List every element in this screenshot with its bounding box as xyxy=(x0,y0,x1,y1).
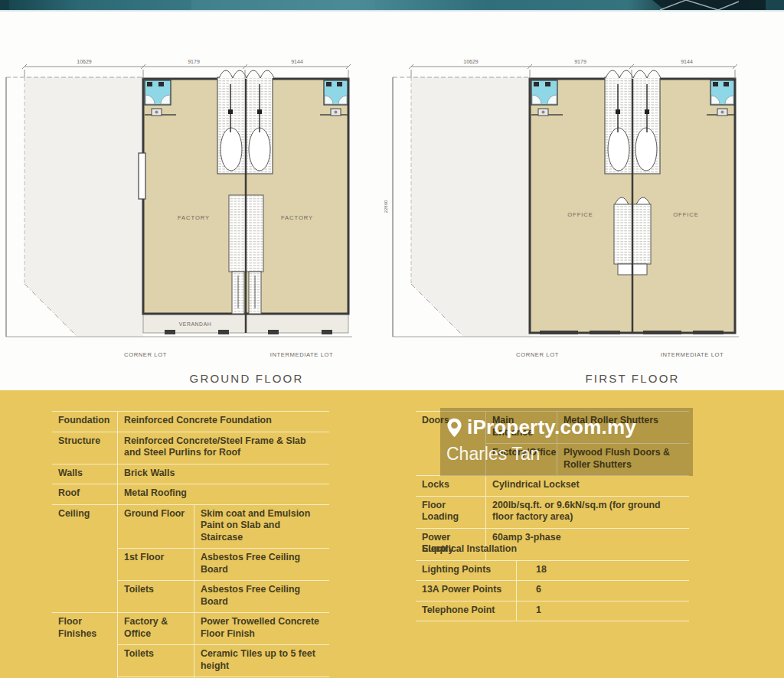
spec-value: Ceramic Tiles up to 5 feet height xyxy=(194,644,329,676)
electrical-value: 6 xyxy=(517,580,689,601)
banner-decoration xyxy=(0,0,784,10)
spec-label: Walls xyxy=(52,464,118,484)
dim-label: 10629 xyxy=(463,59,479,64)
spec-value: Asbestos Free Ceiling Board xyxy=(194,548,329,580)
dim-label: 9144 xyxy=(681,59,693,64)
top-photo-banner xyxy=(0,0,784,11)
electrical-header: Electrical Installation xyxy=(416,540,689,561)
spec-value: 200lb/sq.ft. or 9.6kN/sq.m (for ground f… xyxy=(486,496,689,528)
corner-lot-label: CORNER LOT xyxy=(124,351,167,358)
intermediate-lot-label: INTERMEDIATE LOT xyxy=(661,351,724,358)
location-pin-icon xyxy=(446,418,462,438)
dim-label: 9144 xyxy=(291,59,303,64)
spec-value: Brick Walls xyxy=(118,464,329,484)
verandah-label: VERANDAH xyxy=(179,321,212,327)
plan-title-ground: GROUND FLOOR xyxy=(190,372,304,385)
plan-title-first: FIRST FLOOR xyxy=(585,372,679,385)
spec-label xyxy=(52,548,118,580)
spec-label xyxy=(52,644,118,676)
electrical-table: Electrical Installation Lighting Points … xyxy=(416,540,689,621)
spec-table-left: Foundation Reinforced Concrete Foundatio… xyxy=(52,411,329,678)
watermark-overlay: iProperty.com.my Charles Tan xyxy=(440,408,693,476)
spec-value: Reinforced Concrete Foundation xyxy=(118,412,329,432)
spec-label: Floor Loading xyxy=(416,496,486,528)
specifications-section: Foundation Reinforced Concrete Foundatio… xyxy=(0,390,784,678)
intermediate-lot-label: INTERMEDIATE LOT xyxy=(270,351,333,358)
spec-value: Metal Roofing xyxy=(118,484,329,504)
electrical-label: Telephone Point xyxy=(416,601,517,621)
watermark-brand: iProperty.com.my xyxy=(467,416,636,439)
spec-label: Foundation xyxy=(52,412,118,432)
spec-label: Roof xyxy=(52,484,118,504)
corner-lot-land xyxy=(411,77,530,337)
spec-value: Asbestos Free Ceiling Board xyxy=(194,580,329,612)
spec-label: Ceiling xyxy=(52,504,118,549)
corner-lot-label: CORNER LOT xyxy=(516,351,559,358)
spec-label: Floor Finishes xyxy=(52,612,118,644)
spec-sublabel: Factory & Office xyxy=(118,612,194,644)
spec-sublabel: 1st Floor xyxy=(118,548,194,580)
electrical-label: Lighting Points xyxy=(416,561,517,581)
spec-value: Reinforced Concrete/Steel Frame & Slab a… xyxy=(118,432,329,464)
watermark-agent: Charles Tan xyxy=(440,439,693,464)
property-spec-sheet: 10629 9179 9144 FACTORY FACTORY VERANDAH… xyxy=(0,0,784,678)
spec-value: Cylindrical Lockset xyxy=(486,475,689,496)
corner-lot-land xyxy=(24,77,143,337)
dim-label: 9179 xyxy=(188,59,200,64)
watermark-brand-row: iProperty.com.my xyxy=(440,408,693,439)
spec-label xyxy=(52,580,118,612)
floorplans-area: 10629 9179 9144 FACTORY FACTORY VERANDAH… xyxy=(0,11,784,390)
electrical-label: 13A Power Points xyxy=(416,580,517,601)
first-floor-plan: 10629 9179 9144 22860 OFFICE OFFICE CORN… xyxy=(368,42,784,402)
spec-label: Structure xyxy=(52,432,118,464)
ground-floor-plan: 10629 9179 9144 FACTORY FACTORY VERANDAH… xyxy=(0,42,368,402)
dim-label: 10629 xyxy=(77,59,92,64)
side-door xyxy=(139,153,145,199)
room-label-factory-2: FACTORY xyxy=(281,214,313,221)
spec-sublabel: Toilets xyxy=(118,644,194,676)
dim-label: 9179 xyxy=(574,59,586,64)
electrical-value: 18 xyxy=(517,561,689,581)
spec-value: Power Trowelled Concrete Floor Finish xyxy=(194,612,329,644)
room-label-office-1: OFFICE xyxy=(567,211,593,218)
electrical-value: 1 xyxy=(517,601,689,621)
spec-sublabel: Toilets xyxy=(118,580,194,612)
spec-label: Locks xyxy=(416,475,486,496)
spec-value: Skim coat and Emulsion Paint on Slab and… xyxy=(194,504,329,549)
room-label-office-2: OFFICE xyxy=(673,211,699,218)
vertical-dim-label: 22860 xyxy=(384,200,388,213)
room-label-factory-1: FACTORY xyxy=(178,214,210,221)
spec-sublabel: Ground Floor xyxy=(118,504,194,549)
